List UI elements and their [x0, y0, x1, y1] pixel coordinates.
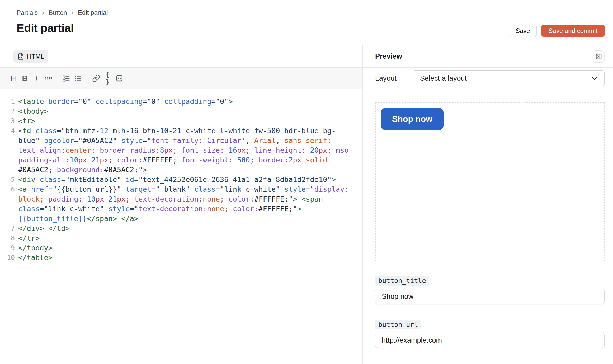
field-group-button-title: button_title — [375, 276, 605, 304]
code-block-icon — [115, 74, 123, 82]
breadcrumb-chevron-icon: › — [71, 9, 74, 16]
blockquote-button[interactable]: ”” — [42, 71, 54, 85]
editor-tab-row: HTML — [0, 45, 362, 68]
layout-label: Layout — [375, 74, 413, 83]
code-line: 1<table border="0" cellspacing="0" cellp… — [0, 97, 362, 106]
header-actions: Save Save and commit — [509, 25, 605, 37]
code-editor[interactable]: 1<table border="0" cellspacing="0" cellp… — [0, 89, 362, 262]
file-code-icon — [17, 53, 24, 60]
link-button[interactable] — [90, 71, 102, 85]
toolbar-divider — [87, 72, 87, 84]
breadcrumb: Partials › Button › Edit partial — [17, 9, 108, 16]
heading-button[interactable]: H — [7, 71, 19, 85]
code-block-button[interactable] — [114, 71, 125, 85]
layout-row: Layout Select a layout — [363, 68, 613, 89]
italic-button[interactable]: I — [31, 71, 42, 85]
unordered-list-icon — [74, 74, 82, 82]
unordered-list-button[interactable] — [72, 71, 84, 85]
tab-html[interactable]: HTML — [13, 50, 48, 63]
field-group-button-url: button_url — [375, 320, 605, 348]
button-url-input[interactable] — [375, 333, 605, 348]
ordered-list-button[interactable]: 1 2 — [60, 71, 72, 85]
svg-text:2: 2 — [63, 79, 65, 82]
save-button[interactable]: Save — [509, 25, 537, 37]
editor-pane: HTML H B I ”” 1 2 — [0, 45, 363, 364]
breadcrumb-item-edit-partial: Edit partial — [78, 9, 108, 16]
page-header: Partials › Button › Edit partial Edit pa… — [0, 0, 613, 45]
field-label-button-title: button_title — [375, 276, 429, 286]
heading-icon: H — [11, 74, 16, 83]
code-line: 6<a href="{{button_url}}" target="_blank… — [0, 184, 362, 223]
italic-icon: I — [35, 74, 37, 83]
bold-button[interactable]: B — [19, 71, 31, 85]
preview-header: Preview — [363, 45, 613, 68]
collapse-panel-button[interactable] — [593, 50, 605, 63]
breadcrumb-item-button[interactable]: Button — [49, 9, 67, 16]
code-line: 9</tbody> — [0, 243, 362, 253]
tab-html-label: HTML — [27, 53, 44, 60]
code-line: 3<tr> — [0, 116, 362, 126]
code-line: 4<td class="btn mfz-12 mlh-16 btn-10-21 … — [0, 126, 362, 175]
field-label-button-url: button_url — [375, 320, 421, 329]
preview-pane: Preview Layout Select a layout Shop now — [363, 45, 613, 364]
blockquote-icon: ”” — [44, 75, 52, 81]
code-line: 8</tr> — [0, 233, 362, 243]
formatting-toolbar: H B I ”” 1 2 — [0, 68, 362, 89]
layout-select[interactable]: Select a layout — [413, 70, 605, 86]
code-line: 5<div class="mktEditable" id="text_44252… — [0, 175, 362, 184]
save-and-commit-button[interactable]: Save and commit — [541, 25, 605, 37]
email-preview-area: Shop now — [375, 102, 605, 261]
toolbar-divider — [57, 72, 57, 84]
button-title-input[interactable] — [375, 289, 605, 304]
preview-shop-now-button[interactable]: Shop now — [381, 108, 444, 130]
chevron-down-icon — [591, 74, 598, 82]
braces-button[interactable]: { } — [102, 71, 114, 85]
breadcrumb-item-partials[interactable]: Partials — [17, 9, 38, 16]
braces-icon: { } — [102, 71, 114, 86]
breadcrumb-chevron-icon: › — [42, 9, 44, 16]
svg-text:1: 1 — [63, 75, 65, 78]
layout-select-value: Select a layout — [420, 74, 467, 83]
code-line: 2<tbody> — [0, 106, 362, 116]
main-content: HTML H B I ”” 1 2 — [0, 45, 613, 364]
preview-content: Shop now button_title button_url — [363, 89, 613, 348]
collapse-panel-icon — [595, 53, 602, 60]
page-title: Edit partial — [17, 22, 74, 35]
code-lines: 1<table border="0" cellspacing="0" cellp… — [0, 97, 362, 262]
bold-icon: B — [22, 74, 28, 83]
code-line: 7</div> </td> — [0, 223, 362, 233]
preview-title: Preview — [375, 52, 402, 60]
ordered-list-icon: 1 2 — [62, 74, 70, 82]
link-icon — [92, 74, 100, 82]
code-line: 10</table> — [0, 253, 362, 262]
